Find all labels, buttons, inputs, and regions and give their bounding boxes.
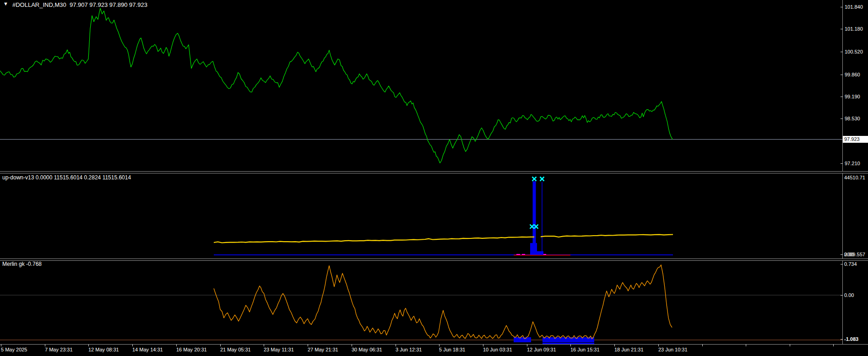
price-axis-label: 99.860	[845, 72, 860, 77]
updown-yellow-line	[214, 237, 534, 243]
merlin-line	[214, 265, 672, 339]
time-axis-tick	[439, 344, 439, 346]
indicator1-axis-tick	[841, 254, 843, 255]
indicator2-title: Merlin gk -0.768	[2, 261, 42, 267]
pane-separator-1[interactable]	[0, 171, 868, 173]
price-axis-label: 98.530	[845, 116, 860, 121]
time-axis-tick	[790, 344, 790, 346]
updown-yellow-line	[541, 235, 673, 237]
time-axis-label: 21 May 05:31	[220, 347, 251, 352]
time-axis-tick	[658, 344, 659, 346]
time-axis-label: 12 Jun 09:31	[527, 347, 556, 352]
time-axis-label: 5 May 2025	[1, 347, 27, 352]
price-axis-label: 99.190	[845, 94, 860, 99]
indicator2-axis-label: 0.734	[844, 261, 857, 267]
time-axis-tick	[614, 344, 615, 346]
price-axis-tick	[841, 52, 843, 52]
mt4-chart-window: ▼ #DOLLAR_IND,M30 97.907 97.923 97.890 9…	[0, 0, 868, 356]
time-axis-label: 16 May 20:31	[176, 347, 207, 352]
updown-spike	[542, 182, 542, 255]
time-axis-label: 12 May 08:31	[88, 347, 119, 352]
time-axis-label: 30 May 06:31	[352, 347, 382, 352]
updown-x-marker	[540, 177, 544, 181]
time-axis-tick	[396, 344, 396, 346]
time-axis-tick	[220, 344, 221, 346]
indicator2-axis-tick	[841, 295, 843, 296]
time-axis-label: 23 May 11:31	[264, 347, 294, 352]
time-axis-tick	[527, 344, 527, 346]
time-axis-tick	[88, 344, 89, 346]
updown-histogram-block	[530, 243, 537, 255]
time-axis-tick	[176, 344, 177, 346]
current-price-badge: 97.923	[843, 136, 868, 143]
time-axis-tick	[833, 344, 834, 346]
time-axis-label: 18 Jun 21:31	[614, 347, 644, 352]
time-axis-tick	[45, 344, 45, 346]
time-axis-tick	[1, 344, 1, 346]
time-axis-tick	[132, 344, 133, 346]
indicator1-axis-label: 44510.71	[844, 175, 865, 180]
price-axis-label: 101.840	[845, 4, 863, 10]
indicator2-axis-label: -1.083	[844, 336, 858, 342]
indicator2-axis-tick	[841, 339, 843, 340]
time-axis-tick	[746, 344, 746, 346]
merlin-blue-band	[542, 337, 594, 342]
time-axis-tick	[483, 344, 483, 346]
time-axis-tick	[570, 344, 571, 346]
price-axis-tick	[841, 29, 843, 29]
price-axis-label: 97.210	[845, 161, 860, 166]
time-axis-tick	[308, 344, 308, 346]
time-axis-label: 16 Jun 15:31	[570, 347, 600, 352]
time-axis-label: 27 May 21:31	[308, 347, 338, 352]
indicator2-axis-label: 0.00	[844, 292, 854, 298]
indicator1-axis-label-overlap: 2009.557	[844, 252, 865, 257]
price-line-series	[0, 8, 673, 163]
merlin-blue-band	[514, 337, 531, 342]
price-axis-tick	[841, 119, 843, 119]
symbol-ohlc-title: #DOLLAR_IND,M30 97.907 97.923 97.890 97.…	[12, 1, 147, 8]
time-axis-tick	[352, 344, 352, 346]
time-axis-label: 14 May 14:31	[132, 347, 163, 352]
chart-menu-arrow-icon[interactable]: ▼	[3, 1, 8, 6]
price-axis-tick	[841, 97, 843, 97]
updown-histogram-block	[537, 251, 543, 255]
price-axis-label: 100.520	[845, 49, 863, 54]
price-axis-tick	[841, 7, 843, 7]
pane-separator-2[interactable]	[0, 259, 868, 261]
time-axis-label: 7 May 23:31	[45, 347, 73, 352]
time-axis-label: 3 Jun 12:31	[396, 347, 422, 352]
price-axis-tick	[841, 75, 843, 75]
price-axis-tick	[841, 163, 843, 164]
time-axis-border	[0, 344, 868, 345]
price-axis-label: 101.180	[845, 26, 863, 32]
time-axis-label: 23 Jun 10:31	[658, 347, 688, 352]
time-axis-label: 10 Jun 03:31	[483, 347, 512, 352]
time-axis-tick	[264, 344, 264, 346]
indicator2-axis-tick	[841, 264, 843, 264]
indicator1-title: up-down-v13 0.0000 11515.6014 0.2824 115…	[2, 174, 131, 181]
time-axis-tick	[702, 344, 703, 346]
updown-x-marker	[532, 177, 537, 181]
time-axis-label: 5 Jun 18:31	[439, 347, 466, 352]
